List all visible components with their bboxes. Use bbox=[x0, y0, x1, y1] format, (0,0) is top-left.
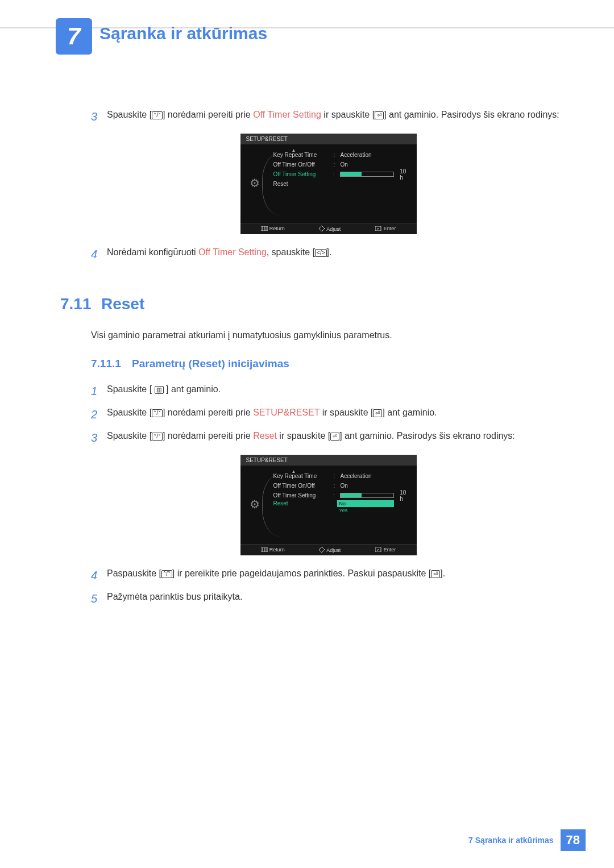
osd-footer-return: Return bbox=[261, 547, 285, 553]
osd-footer: Return Adjust Enter bbox=[240, 223, 417, 234]
step-a4: 4 Norėdami konfigūruoti Off Timer Settin… bbox=[91, 246, 566, 263]
osd-label-selected: Reset bbox=[273, 500, 330, 506]
osd-panel: SETUP&RESET ▲ ⚙ Key Repeat Time : Accele… bbox=[240, 455, 417, 555]
subsection-heading: 7.11.1 Parametrų (Reset) inicijavimas bbox=[91, 358, 566, 370]
osd-row-off-timer-setting: Off Timer Setting : 10 h bbox=[273, 169, 411, 179]
enter-icon: ⏎ bbox=[373, 409, 382, 417]
step-number: 1 bbox=[91, 383, 107, 400]
osd-row-reset: Reset No Yes bbox=[273, 500, 411, 510]
section-heading: 7.11 Reset bbox=[60, 295, 566, 313]
step-number: 3 bbox=[91, 108, 107, 126]
highlight-off-timer-setting: Off Timer Setting bbox=[198, 247, 267, 257]
osd-label: Off Timer Setting bbox=[273, 492, 330, 499]
highlight-setup-reset: SETUP&RESET bbox=[253, 408, 320, 417]
section-description: Visi gaminio parametrai atkuriami į numa… bbox=[91, 330, 566, 340]
step-text: Norėdami konfigūruoti Off Timer Setting,… bbox=[107, 246, 566, 263]
step-text: Spauskite [˄/˅] norėdami pereiti prie SE… bbox=[107, 406, 566, 423]
osd-label: Off Timer On/Off bbox=[273, 483, 330, 489]
osd-label: Key Repeat Time bbox=[273, 473, 330, 479]
enter-icon: ⏎ bbox=[330, 433, 339, 441]
gear-icon: ⚙ bbox=[250, 176, 260, 190]
section-number: 7.11 bbox=[60, 295, 91, 313]
osd-slider bbox=[340, 493, 394, 498]
osd-body: ▲ ⚙ Key Repeat Time : Acceleration Off T… bbox=[240, 466, 417, 544]
osd-slider-value: 10 h bbox=[400, 168, 410, 181]
osd-row-off-timer-setting: Off Timer Setting : 10 h bbox=[273, 491, 411, 500]
osd-figure-2: SETUP&RESET ▲ ⚙ Key Repeat Time : Accele… bbox=[91, 455, 566, 555]
enter-icon: ⏎ bbox=[375, 111, 384, 119]
osd-dropdown: No Yes bbox=[337, 500, 394, 514]
menu-icon: ▥ bbox=[155, 386, 164, 394]
step-number: 4 bbox=[91, 567, 107, 584]
osd-footer-enter: Enter bbox=[375, 226, 396, 232]
osd-slider-fill bbox=[341, 172, 362, 176]
chapter-number: 7 bbox=[67, 23, 80, 50]
updown-icon: ˄/˅ bbox=[152, 111, 163, 119]
step-a3: 3 Spauskite [˄/˅] norėdami pereiti prie … bbox=[91, 108, 566, 126]
step-number: 4 bbox=[91, 246, 107, 263]
osd-footer-adjust: Adjust bbox=[319, 547, 341, 553]
osd-footer-adjust: Adjust bbox=[319, 226, 341, 232]
osd-row-off-timer-onoff: Off Timer On/Off : On bbox=[273, 481, 411, 491]
osd-dropdown-yes: Yes bbox=[337, 507, 394, 514]
step-number: 5 bbox=[91, 590, 107, 608]
osd-figure-1: SETUP&RESET ▲ ⚙ Key Repeat Time : Accele… bbox=[91, 134, 566, 234]
osd-header: SETUP&RESET bbox=[240, 134, 417, 144]
page-content: 3 Spauskite [˄/˅] norėdami pereiti prie … bbox=[91, 108, 566, 613]
step-b2: 2 Spauskite [˄/˅] norėdami pereiti prie … bbox=[91, 406, 566, 423]
gear-icon: ⚙ bbox=[250, 497, 260, 511]
step-b3: 3 Spauskite [˄/˅] norėdami pereiti prie … bbox=[91, 429, 566, 447]
step-text: Spauskite [˄/˅] norėdami pereiti prie Re… bbox=[107, 429, 566, 447]
osd-header: SETUP&RESET bbox=[240, 455, 417, 466]
osd-arc-decoration bbox=[262, 153, 280, 215]
step-number: 2 bbox=[91, 406, 107, 423]
updown-icon: ˄/˅ bbox=[152, 433, 163, 441]
osd-label: Off Timer On/Off bbox=[273, 161, 330, 168]
osd-label: Reset bbox=[273, 181, 330, 187]
step-text: Paspauskite [˄/˅] ir pereikite prie page… bbox=[107, 567, 566, 584]
step-b4: 4 Paspauskite [˄/˅] ir pereikite prie pa… bbox=[91, 567, 566, 584]
osd-footer-enter: Enter bbox=[375, 547, 396, 553]
osd-scroll-up-icon: ▲ bbox=[292, 469, 296, 474]
subsection-number: 7.11.1 bbox=[91, 358, 121, 369]
osd-value: On bbox=[341, 161, 348, 168]
osd-label-selected: Off Timer Setting bbox=[273, 171, 330, 177]
header-rule bbox=[0, 27, 614, 28]
chapter-title: Sąranka ir atkūrimas bbox=[99, 24, 267, 43]
updown-icon: ˄/˅ bbox=[161, 570, 172, 578]
osd-row-off-timer-onoff: Off Timer On/Off : On bbox=[273, 160, 411, 169]
section-title: Reset bbox=[101, 295, 144, 313]
page-footer: 7 Sąranka ir atkūrimas 78 bbox=[468, 829, 586, 851]
osd-panel: SETUP&RESET ▲ ⚙ Key Repeat Time : Accele… bbox=[240, 134, 417, 234]
osd-row-reset: Reset bbox=[273, 179, 411, 189]
osd-value: Acceleration bbox=[341, 152, 372, 158]
osd-slider bbox=[340, 172, 394, 177]
step-text: Pažymėta parinktis bus pritaikyta. bbox=[107, 590, 566, 608]
step-b5: 5 Pažymėta parinktis bus pritaikyta. bbox=[91, 590, 566, 608]
footer-page-number: 78 bbox=[561, 829, 586, 851]
enter-icon: ⏎ bbox=[431, 570, 440, 578]
chapter-number-badge: 7 bbox=[56, 18, 92, 55]
leftright-icon: </> bbox=[315, 249, 326, 257]
osd-dropdown-no: No bbox=[337, 500, 394, 507]
step-text: Spauskite [˄/˅] norėdami pereiti prie Of… bbox=[107, 108, 566, 126]
osd-value: Acceleration bbox=[341, 473, 372, 479]
subsection-title: Parametrų (Reset) inicijavimas bbox=[132, 358, 289, 369]
osd-body: ▲ ⚙ Key Repeat Time : Acceleration Off T… bbox=[240, 144, 417, 223]
osd-arc-decoration bbox=[262, 474, 280, 537]
highlight-reset: Reset bbox=[253, 431, 277, 441]
step-b1: 1 Spauskite [ ▥ ] ant gaminio. bbox=[91, 383, 566, 400]
footer-chapter-ref: 7 Sąranka ir atkūrimas bbox=[468, 836, 553, 845]
osd-footer: Return Adjust Enter bbox=[240, 544, 417, 555]
osd-label: Key Repeat Time bbox=[273, 152, 330, 158]
step-text: Spauskite [ ▥ ] ant gaminio. bbox=[107, 383, 566, 400]
osd-value: On bbox=[341, 483, 348, 489]
step-number: 3 bbox=[91, 429, 107, 447]
highlight-off-timer-setting: Off Timer Setting bbox=[253, 110, 321, 119]
updown-icon: ˄/˅ bbox=[152, 409, 163, 417]
osd-footer-return: Return bbox=[261, 226, 285, 232]
osd-slider-value: 10 h bbox=[400, 489, 410, 502]
osd-scroll-up-icon: ▲ bbox=[292, 148, 296, 153]
